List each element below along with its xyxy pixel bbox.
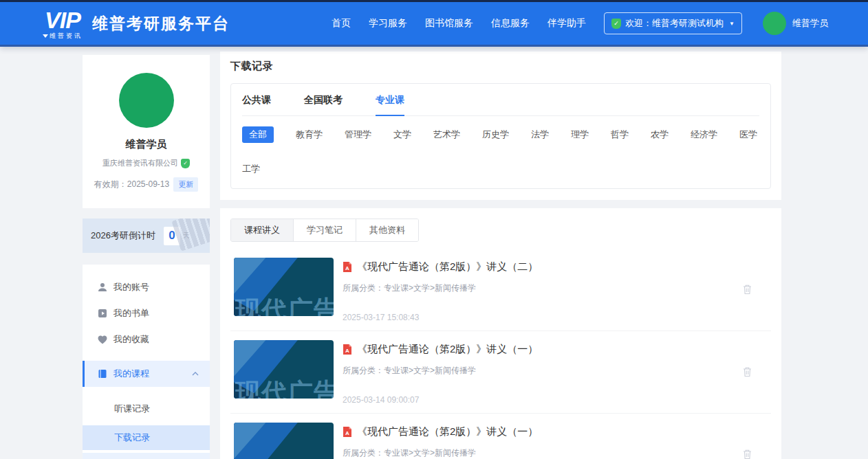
top-header: VIP 维普资讯 维普考研服务平台 首页 学习服务 图书馆服务 信息服务 伴学助…	[0, 2, 868, 47]
trash-icon	[742, 366, 752, 377]
nav-study-assistant[interactable]: 伴学助手	[547, 17, 586, 30]
category-science[interactable]: 理学	[571, 126, 589, 143]
thumbnail-title-text: 现代广告M	[235, 376, 334, 399]
profile-card: 维普学员 重庆维普资讯有限公司 ✓ 有效期：2025-09-13 更新	[83, 55, 210, 208]
course-thumbnail[interactable]: 现代广告M	[234, 340, 334, 399]
records-panel: 课程讲义 学习笔记 其他资料 现代广告M A 《现代广告通论（第2版）》讲义（二…	[220, 208, 781, 459]
keyboard-decoration	[171, 219, 210, 251]
update-button[interactable]: 更新	[173, 177, 198, 192]
filter-panel: 下载记录 公共课 全国联考 专业课 全部 教育学 管理学 文学 艺术学 历史学 …	[220, 52, 781, 200]
tab-national-exam[interactable]: 全国联考	[304, 94, 343, 116]
record-title[interactable]: A 《现代广告通论（第2版）》讲义（一）	[343, 425, 739, 438]
delete-record-button[interactable]	[739, 446, 755, 459]
material-type-tabs: 课程讲义 学习笔记 其他资料	[230, 219, 419, 242]
delete-record-button[interactable]	[739, 281, 755, 300]
trash-icon	[742, 449, 752, 459]
exam-countdown-card: 2026考研倒计时 0 天	[83, 219, 210, 253]
course-book-icon	[98, 369, 107, 379]
trash-icon	[742, 284, 752, 295]
chevron-up-icon	[192, 372, 199, 376]
course-type-tabs: 公共课 全国联考 专业课	[242, 94, 759, 116]
main-nav: 首页 学习服务 图书馆服务 信息服务 伴学助手 ✓ 欢迎：维普考研测试机构 ▼ …	[332, 12, 828, 35]
download-records-list: 现代广告M A 《现代广告通论（第2版）》讲义（二） 所属分类：专业课>文学>新…	[230, 249, 771, 459]
pdf-file-icon: A	[343, 262, 352, 272]
sidebar-menu: 我的账号 我的书单 我的收藏 我的课程 听课记录 下载记录 学练数据	[83, 265, 210, 459]
user-avatar[interactable]	[763, 12, 786, 35]
user-icon	[98, 282, 107, 292]
subtab-study-notes[interactable]: 学习笔记	[294, 219, 356, 241]
sidebar-item-favorites[interactable]: 我的收藏	[83, 326, 210, 352]
tab-major-courses[interactable]: 专业课	[376, 94, 404, 116]
site-title: 维普考研服务平台	[92, 13, 230, 34]
nav-study-services[interactable]: 学习服务	[369, 17, 407, 30]
sidebar-item-label: 听课记录	[114, 403, 150, 415]
record-date: 2025-03-14 09:00:07	[343, 395, 739, 405]
svg-text:A: A	[345, 430, 349, 436]
header-user-name[interactable]: 维普学员	[792, 17, 828, 30]
booklist-icon	[98, 309, 107, 318]
sidebar-item-account[interactable]: 我的账号	[83, 274, 210, 300]
category-art[interactable]: 艺术学	[433, 126, 460, 143]
course-thumbnail[interactable]: 现代广告M	[234, 423, 334, 459]
course-type-card: 公共课 全国联考 专业课 全部 教育学 管理学 文学 艺术学 历史学 法学 理学…	[230, 83, 771, 189]
vip-logo-text: VIP	[45, 8, 80, 32]
vip-logo-subtext: 维普资讯	[50, 33, 83, 39]
sidebar-item-courses[interactable]: 我的课程	[83, 361, 210, 387]
category-history[interactable]: 历史学	[482, 126, 509, 143]
chevron-down-icon: ▼	[729, 21, 735, 27]
tab-public-courses[interactable]: 公共课	[242, 94, 271, 116]
delete-record-button[interactable]	[739, 363, 755, 382]
company-verified-icon: ✓	[181, 159, 190, 168]
subtab-lecture-notes[interactable]: 课程讲义	[231, 219, 294, 241]
category-agriculture[interactable]: 农学	[651, 126, 669, 143]
svg-text:A: A	[345, 265, 349, 271]
sidebar-item-label: 下载记录	[114, 432, 150, 444]
profile-avatar[interactable]	[119, 73, 174, 128]
sidebar-item-label: 我的书单	[113, 307, 149, 320]
page-title: 下载记录	[230, 60, 771, 73]
sidebar-item-label: 我的课程	[113, 368, 149, 380]
org-welcome-dropdown[interactable]: ✓ 欢迎：维普考研测试机构 ▼	[604, 12, 742, 34]
svg-text:A: A	[345, 348, 349, 354]
profile-name: 维普学员	[83, 138, 210, 151]
record-category: 所属分类：专业课>文学>新闻传播学	[343, 447, 739, 459]
table-row: 现代广告M A 《现代广告通论（第2版）》讲义（二） 所属分类：专业课>文学>新…	[230, 249, 771, 331]
sidebar-subitem-listen-records[interactable]: 听课记录	[83, 392, 210, 425]
heart-icon	[98, 335, 107, 344]
nav-info-services[interactable]: 信息服务	[491, 17, 530, 30]
profile-company: 重庆维普资讯有限公司	[102, 158, 178, 168]
category-literature[interactable]: 文学	[393, 126, 411, 143]
category-engineering[interactable]: 工学	[242, 161, 260, 177]
vip-logo[interactable]: VIP 维普资讯	[43, 8, 83, 39]
nav-library-services[interactable]: 图书馆服务	[425, 17, 473, 30]
nav-home[interactable]: 首页	[332, 17, 351, 30]
category-filter: 全部 教育学 管理学 文学 艺术学 历史学 法学 理学 哲学 农学 经济学 医学…	[242, 126, 759, 177]
sidebar-subitem-study-data[interactable]: 学练数据	[83, 453, 210, 459]
countdown-label: 2026考研倒计时	[91, 230, 155, 242]
validity-date: 有效期：2025-09-13	[94, 179, 169, 190]
category-law[interactable]: 法学	[531, 126, 549, 143]
sidebar-item-label: 我的账号	[113, 281, 149, 293]
record-category: 所属分类：专业课>文学>新闻传播学	[343, 282, 739, 294]
category-economics[interactable]: 经济学	[691, 126, 717, 143]
record-title[interactable]: A 《现代广告通论（第2版）》讲义（一）	[343, 343, 739, 356]
record-date: 2025-03-17 15:08:43	[343, 313, 739, 322]
sidebar-subitem-download-records[interactable]: 下载记录	[83, 425, 210, 450]
sidebar-item-booklist[interactable]: 我的书单	[83, 300, 210, 326]
pdf-file-icon: A	[343, 344, 352, 355]
thumbnail-title-text: 现代广告M	[235, 293, 334, 316]
logo-triangle-icon	[43, 34, 48, 38]
category-education[interactable]: 教育学	[296, 126, 323, 143]
category-philosophy[interactable]: 哲学	[611, 126, 629, 143]
record-category: 所属分类：专业课>文学>新闻传播学	[343, 365, 739, 377]
category-medicine[interactable]: 医学	[739, 126, 757, 143]
welcome-text: 欢迎：维普考研测试机构	[625, 17, 724, 30]
record-title[interactable]: A 《现代广告通论（第2版）》讲义（二）	[343, 260, 739, 273]
course-thumbnail[interactable]: 现代广告M	[234, 258, 334, 316]
category-all[interactable]: 全部	[242, 126, 274, 143]
pdf-file-icon: A	[343, 427, 352, 437]
table-row: 现代广告M A 《现代广告通论（第2版）》讲义（一） 所属分类：专业课>文学>新…	[230, 414, 771, 459]
verified-shield-icon: ✓	[611, 19, 621, 29]
category-management[interactable]: 管理学	[345, 126, 371, 143]
subtab-other-materials[interactable]: 其他资料	[356, 219, 418, 241]
